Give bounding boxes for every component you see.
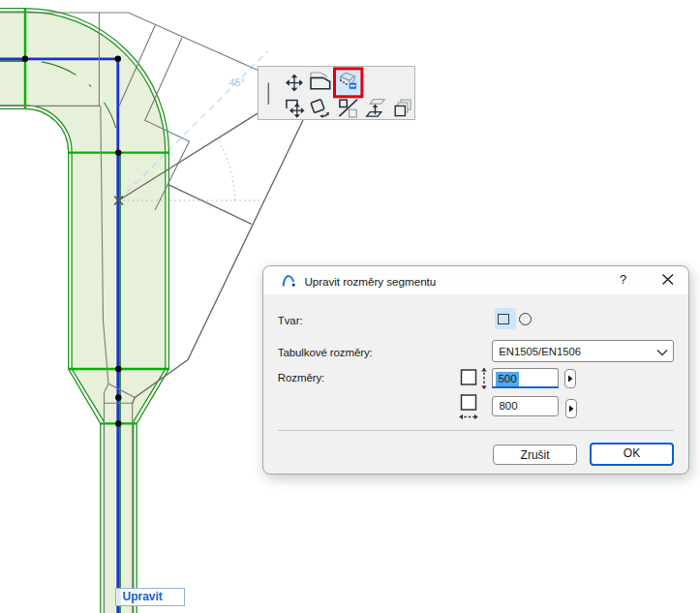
svg-text:45°: 45° [229, 77, 246, 88]
